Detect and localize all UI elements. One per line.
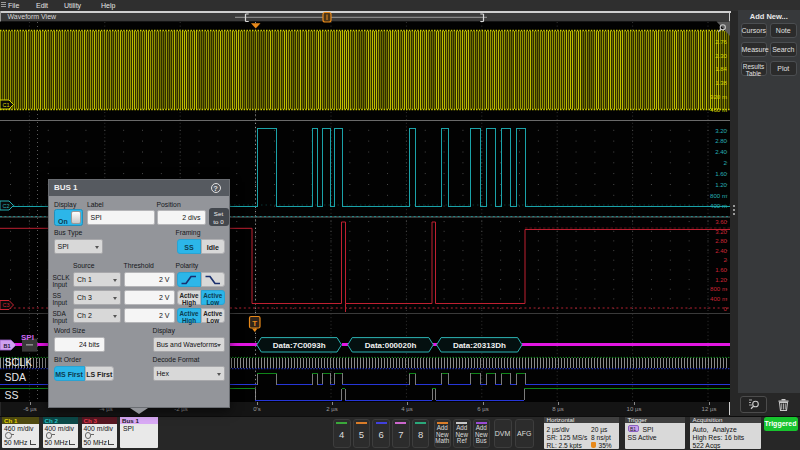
svg-text:T: T: [252, 319, 257, 328]
svg-text:C3: C3: [2, 302, 9, 308]
svg-text:2.76: 2.76: [715, 38, 727, 45]
svg-text:Data:20313Dh: Data:20313Dh: [453, 341, 506, 350]
svg-text:B1: B1: [3, 343, 10, 349]
svg-text:2.80: 2.80: [715, 137, 727, 144]
svg-text:1.84: 1.84: [715, 65, 727, 72]
svg-text:2.40: 2.40: [715, 247, 727, 254]
svg-text:1.38: 1.38: [715, 79, 727, 86]
svg-text:SPI: SPI: [21, 333, 34, 342]
svg-text:C2: C2: [2, 203, 9, 209]
svg-text:2.40: 2.40: [715, 148, 727, 155]
svg-text:800 m: 800 m: [710, 285, 727, 292]
svg-text:C1: C1: [2, 102, 9, 108]
svg-text:2.80: 2.80: [715, 237, 727, 244]
svg-text:SDA: SDA: [5, 371, 27, 383]
svg-text:2.30: 2.30: [715, 52, 727, 59]
svg-text:1.20: 1.20: [715, 276, 727, 283]
svg-text:1.60: 1.60: [715, 170, 727, 177]
svg-text:400 m: 400 m: [710, 202, 727, 209]
svg-text:Data:7C0093h: Data:7C0093h: [273, 341, 326, 350]
svg-text:800 m: 800 m: [710, 192, 727, 199]
svg-text:Data:000020h: Data:000020h: [365, 341, 417, 350]
svg-text:1.20: 1.20: [715, 181, 727, 188]
svg-text:460 m: 460 m: [710, 106, 727, 113]
svg-text:400 m: 400 m: [710, 295, 727, 302]
svg-text:SCLK: SCLK: [5, 356, 32, 368]
svg-text:3.20: 3.20: [715, 228, 727, 235]
svg-text:920 m: 920 m: [710, 93, 727, 100]
svg-text:1.60: 1.60: [715, 266, 727, 273]
svg-text:3.20: 3.20: [715, 127, 727, 134]
svg-text:SS: SS: [5, 389, 19, 401]
svg-text:3.60: 3.60: [715, 218, 727, 225]
